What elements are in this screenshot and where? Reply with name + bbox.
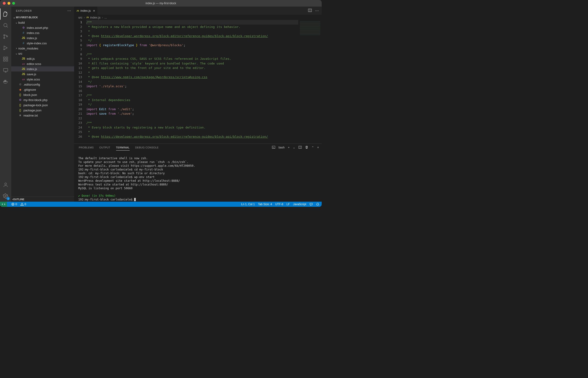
breadcrumb-part[interactable]: index.js [90, 16, 101, 19]
new-terminal-icon[interactable]: + [288, 146, 290, 149]
svg-point-3 [7, 36, 8, 37]
file-row[interactable]: JSindex.js [11, 35, 74, 40]
run-debug-activity-icon[interactable] [0, 42, 11, 54]
php-file-icon: ⚙ [22, 26, 25, 29]
svg-point-0 [4, 24, 7, 27]
warnings-count: 0 [25, 202, 26, 206]
explorer-header: EXPLORER ⋯ [11, 7, 74, 15]
chevron-down-icon: ⌄ [14, 21, 18, 24]
file-row[interactable]: ᔕeditor.scss [11, 61, 74, 66]
file-row[interactable]: {}package-lock.json [11, 102, 74, 108]
tab-debug-console[interactable]: DEBUG CONSOLE [135, 145, 159, 150]
tab-output[interactable]: OUTPUT [99, 145, 110, 150]
file-row[interactable]: JSedit.js [11, 56, 74, 61]
terminal-shell-name[interactable]: bash [279, 146, 285, 149]
file-row[interactable]: ⚙my-first-block.php [11, 97, 74, 102]
split-terminal-icon[interactable] [298, 146, 302, 150]
file-row[interactable]: ᔕstyle.scss [11, 77, 74, 82]
status-bar: 0 0 Ln 1, Col 1 Tab Size: 4 UTF-8 LF Jav… [0, 202, 322, 207]
file-label: save.js [27, 72, 36, 76]
file-row[interactable]: ⚙.editorconfig [11, 82, 74, 87]
feedback-icon[interactable] [309, 202, 313, 206]
split-editor-icon[interactable] [308, 8, 312, 13]
php-file-icon: ⚙ [18, 98, 22, 102]
file-row[interactable]: ≡readme.txt [11, 113, 74, 118]
cursor-position[interactable]: Ln 1, Col 1 [241, 202, 255, 206]
source-control-activity-icon[interactable] [0, 31, 11, 42]
kill-terminal-icon[interactable] [305, 146, 308, 150]
minimap-content [300, 21, 320, 35]
close-tab-icon[interactable]: × [93, 9, 95, 13]
js-file-icon: JS [22, 36, 25, 40]
file-label: build [18, 21, 25, 24]
maximize-panel-icon[interactable]: ⌃ [312, 146, 314, 149]
file-row[interactable]: #index.css [11, 30, 74, 35]
explorer-activity-icon[interactable] [0, 8, 11, 20]
js-file-icon: JS [76, 10, 79, 12]
code-content[interactable]: /** * Registers a new block provided a u… [86, 20, 298, 144]
file-label: src [18, 52, 22, 55]
txt-file-icon: ≡ [18, 114, 22, 117]
window-title: index.js — my-first-block [146, 2, 176, 5]
file-row[interactable]: {}block.json [11, 92, 74, 97]
tab-size[interactable]: Tab Size: 4 [258, 202, 272, 206]
json-file-icon: {} [18, 103, 22, 107]
project-root-header[interactable]: ⌄ MY-FIRST-BLOCK [11, 15, 74, 20]
editor-more-icon[interactable]: ⋯ [315, 8, 319, 13]
errors-status[interactable]: 0 [11, 202, 17, 206]
breadcrumbs[interactable]: src › JS index.js › ... [74, 15, 322, 20]
close-panel-icon[interactable]: × [317, 146, 319, 149]
file-label: package-lock.json [24, 103, 48, 107]
errors-count: 0 [15, 202, 17, 206]
docker-activity-icon[interactable] [0, 76, 11, 87]
breadcrumb-part[interactable]: src [78, 16, 82, 19]
gear-file-icon: ⚙ [18, 83, 22, 86]
file-label: .editorconfig [24, 83, 40, 86]
outline-title: OUTLINE [13, 198, 24, 201]
notifications-icon[interactable] [316, 202, 319, 206]
accounts-activity-icon[interactable] [0, 179, 11, 190]
window-controls [3, 2, 15, 5]
line-number-gutter: 1234567891011121314151617181920212223242… [74, 20, 86, 144]
settings-badge: 1 [7, 197, 10, 200]
outline-header[interactable]: › OUTLINE [11, 197, 74, 202]
file-row[interactable]: #style-index.css [11, 40, 74, 46]
tab-problems[interactable]: PROBLEMS [79, 145, 94, 150]
search-activity-icon[interactable] [0, 20, 11, 31]
eol[interactable]: LF [286, 202, 290, 206]
terminal-content[interactable]: The default interactive shell is now zsh… [74, 151, 322, 202]
file-row[interactable]: ⚙index.asset.php [11, 25, 74, 30]
maximize-window-button[interactable] [12, 2, 15, 5]
terminal-shell-icon [272, 146, 275, 150]
explorer-title: EXPLORER [16, 9, 32, 12]
js-file-icon: JS [22, 72, 25, 76]
js-file-icon: JS [22, 57, 25, 60]
explorer-more-icon[interactable]: ⋯ [67, 8, 71, 13]
remote-explorer-activity-icon[interactable] [0, 65, 11, 76]
language-mode[interactable]: JavaScript [293, 202, 306, 206]
file-row[interactable]: {}package.json [11, 108, 74, 113]
folder-row[interactable]: ›node_modules [11, 46, 74, 51]
svg-point-4 [3, 49, 4, 50]
settings-activity-icon[interactable]: 1 [0, 190, 11, 202]
minimize-window-button[interactable] [8, 2, 10, 5]
code-editor[interactable]: 1234567891011121314151617181920212223242… [74, 20, 322, 144]
folder-row[interactable]: ⌄build [11, 20, 74, 25]
terminal-dropdown-icon[interactable]: ⌄ [293, 146, 295, 149]
folder-row[interactable]: ⌄src [11, 51, 74, 56]
activity-bar: 1 [0, 7, 11, 202]
remote-button[interactable] [0, 202, 7, 207]
warnings-status[interactable]: 0 [20, 202, 26, 206]
bottom-panel: PROBLEMS OUTPUT TERMINAL DEBUG CONSOLE b… [74, 144, 322, 202]
extensions-activity-icon[interactable] [0, 54, 11, 65]
close-window-button[interactable] [3, 2, 6, 5]
tab-index-js[interactable]: JS index.js × [74, 7, 97, 15]
breadcrumb-part[interactable]: ... [104, 16, 107, 19]
tab-terminal[interactable]: TERMINAL [116, 145, 130, 150]
chevron-down-icon: ⌄ [12, 16, 16, 19]
encoding[interactable]: UTF-8 [275, 202, 283, 206]
file-row[interactable]: JSindex.js [11, 66, 74, 71]
file-row[interactable]: ◆.gitignore [11, 87, 74, 92]
file-row[interactable]: JSsave.js [11, 71, 74, 77]
minimap[interactable] [298, 20, 322, 144]
